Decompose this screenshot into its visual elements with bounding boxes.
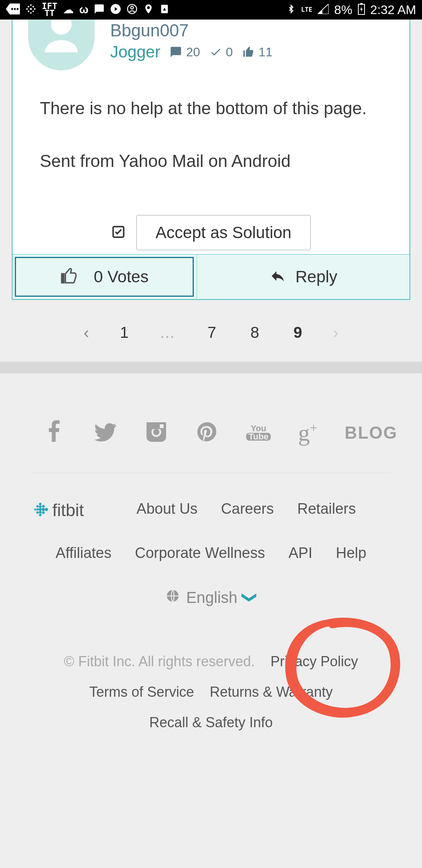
svg-point-34 (39, 508, 42, 511)
svg-point-3 (17, 8, 19, 10)
svg-point-11 (32, 11, 34, 12)
separator (0, 362, 422, 373)
svg-point-5 (30, 12, 32, 14)
footer-wellness[interactable]: Corporate Wellness (135, 545, 265, 561)
footer-careers[interactable]: Careers (221, 500, 274, 517)
stat-comments: 20 (170, 45, 200, 59)
svg-point-8 (28, 6, 29, 7)
svg-point-9 (32, 6, 34, 7)
page-prev[interactable]: ‹ (84, 323, 89, 342)
recall-link[interactable]: Recall & Safety Info (149, 714, 273, 731)
battery-icon (358, 3, 365, 17)
fitbit-dots-icon (31, 501, 48, 520)
svg-point-36 (39, 513, 41, 516)
weather-icon: ☁ (63, 4, 74, 15)
footer-retailers[interactable]: Retailers (297, 500, 356, 517)
svg-point-40 (45, 508, 48, 511)
reply-arrow-icon (270, 268, 286, 286)
svg-text:▲: ▲ (162, 6, 167, 12)
svg-point-10 (28, 11, 29, 12)
svg-point-7 (34, 8, 36, 10)
footer-about[interactable]: About Us (136, 500, 197, 517)
svg-point-35 (39, 511, 42, 513)
instagram-icon[interactable] (145, 420, 168, 445)
svg-point-38 (42, 508, 45, 511)
googleplus-icon[interactable]: g+ (298, 421, 317, 445)
post-body: There is no help at the bottom of this p… (13, 74, 409, 215)
w-icon: ω (79, 4, 89, 15)
stat-likes: 11 (242, 45, 273, 59)
clock: 2:32 AM (370, 3, 416, 17)
pinterest-icon[interactable] (195, 420, 219, 445)
vote-button[interactable]: 0 Votes (15, 257, 194, 297)
svg-point-37 (42, 505, 45, 508)
thumbs-up-icon (60, 267, 78, 287)
globe-icon (166, 589, 180, 606)
chat-icon (94, 4, 105, 16)
svg-point-25 (153, 429, 159, 435)
svg-rect-27 (160, 424, 164, 428)
chevron-down-icon: ❯ (241, 591, 259, 604)
svg-point-15 (131, 6, 134, 9)
youtube-icon[interactable]: You Tube (246, 425, 271, 441)
stat-solutions: 0 (209, 45, 233, 59)
blog-link[interactable]: BLOG (345, 423, 397, 443)
twitter-icon[interactable] (94, 420, 117, 445)
footer-affiliates[interactable]: Affiliates (55, 545, 111, 561)
svg-point-6 (26, 8, 28, 10)
bluetooth-icon (287, 3, 295, 17)
music-icon (110, 4, 121, 16)
page-9-current[interactable]: 9 (290, 324, 306, 341)
ift-icon: IFT TT (42, 3, 57, 16)
svg-point-1 (11, 8, 13, 10)
page-7[interactable]: 7 (204, 324, 220, 341)
battery-percent: 8% (334, 3, 352, 17)
app-icon: ▲ (159, 4, 170, 16)
vote-count: 0 Votes (94, 267, 148, 286)
facebook-icon[interactable] (43, 420, 66, 445)
footer-help[interactable]: Help (336, 545, 367, 561)
reply-label: Reply (295, 267, 337, 286)
person-icon (127, 4, 138, 16)
dots-icon (25, 4, 36, 16)
page-8[interactable]: 8 (247, 324, 263, 341)
android-statusbar: IFT TT ☁ ω ▲ LTE (0, 0, 422, 20)
svg-point-16 (147, 6, 150, 9)
svg-point-32 (39, 502, 41, 505)
page-ellipsis: … (159, 324, 177, 341)
avatar[interactable] (28, 20, 95, 70)
location-icon (143, 4, 154, 16)
svg-point-28 (34, 508, 36, 510)
user-rank: Jogger (110, 43, 160, 61)
svg-point-2 (14, 8, 16, 10)
reply-button[interactable]: Reply (196, 255, 409, 299)
more-icon (6, 4, 20, 16)
forum-post-card: Bbgun007 Jogger 20 0 11 (12, 20, 410, 300)
svg-point-21 (51, 20, 72, 34)
page-1[interactable]: 1 (116, 324, 132, 341)
lte-label: LTE (301, 7, 312, 13)
svg-point-39 (42, 511, 45, 514)
accept-solution-button[interactable]: Accept as Solution (136, 215, 311, 250)
svg-rect-20 (360, 3, 363, 4)
signal-icon (318, 4, 329, 16)
svg-point-12 (30, 8, 32, 10)
svg-point-31 (36, 511, 39, 514)
checkbox-icon (111, 225, 125, 240)
language-selector[interactable]: English ❯ (31, 561, 391, 618)
language-label: English (186, 589, 237, 606)
page-next: › (333, 323, 338, 342)
svg-point-29 (36, 505, 39, 508)
svg-point-30 (36, 508, 39, 511)
svg-point-4 (30, 4, 32, 6)
annotation-circle (277, 611, 410, 725)
username[interactable]: Bbgun007 (110, 21, 272, 40)
tos-link[interactable]: Terms of Service (89, 684, 194, 700)
fitbit-wordmark: fitbit (52, 500, 84, 520)
fitbit-logo[interactable]: fitbit (31, 500, 84, 520)
pagination: ‹ 1 … 7 8 9 › (0, 300, 422, 362)
copyright: © Fitbit Inc. All rights reserved. (64, 653, 255, 670)
footer-api[interactable]: API (288, 545, 312, 561)
svg-point-33 (39, 505, 42, 508)
